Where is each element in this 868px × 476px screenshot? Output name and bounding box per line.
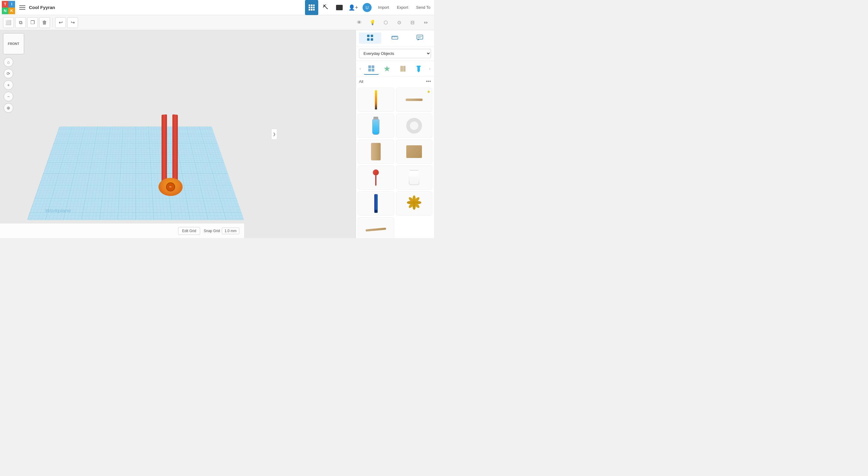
svg-marker-17: [384, 66, 390, 71]
shapes-icon: ⬡: [384, 20, 388, 25]
zoom-in-btn[interactable]: +: [4, 80, 13, 90]
svg-rect-16: [372, 69, 374, 71]
category-select-row: Basic Shapes Everyday Objects Letters & …: [356, 47, 434, 61]
hamburger-menu-icon[interactable]: [17, 2, 28, 13]
svg-rect-14: [372, 65, 374, 68]
all-label-row: All •••: [356, 77, 434, 86]
edit-grid-button[interactable]: Edit Grid: [178, 227, 200, 235]
nav-add-user-btn[interactable]: 👤+: [347, 0, 360, 15]
avatar: U: [363, 3, 372, 12]
shape-tube[interactable]: [358, 140, 394, 164]
copy-button[interactable]: ⧉: [15, 17, 26, 28]
shapes-chat-view-btn[interactable]: [409, 33, 431, 44]
shape-types-right-arrow[interactable]: ›: [427, 63, 433, 75]
circle-icon: ⊙: [397, 20, 401, 25]
home-view-btn[interactable]: ⌂: [4, 57, 13, 67]
shape-marker[interactable]: [358, 191, 394, 215]
star-badge: ★: [427, 89, 431, 94]
svg-rect-1: [371, 35, 373, 37]
delete-button[interactable]: 🗑: [39, 17, 50, 28]
viewcube-front: FRONT: [3, 33, 24, 54]
bottombar: Edit Grid Snap Grid 1.0 mm: [0, 223, 244, 238]
view-circle-btn[interactable]: ⊙: [394, 17, 404, 28]
shape-cup[interactable]: [396, 166, 433, 189]
view-align-btn[interactable]: ⊟: [407, 17, 418, 28]
workplane-grid: [27, 127, 244, 220]
logo-t: T: [2, 1, 8, 7]
light-icon: 💡: [370, 20, 375, 25]
shape-types-left-arrow[interactable]: ‹: [357, 63, 363, 75]
snap-grid-value[interactable]: 1.0 mm: [222, 228, 239, 234]
cylinders-type-btn[interactable]: [396, 63, 410, 75]
dark-icon: [336, 5, 343, 10]
shape-pin[interactable]: [358, 166, 394, 189]
logo-i: I: [8, 1, 15, 7]
shapes-grid-view-btn[interactable]: [359, 33, 381, 44]
nav-dark-btn[interactable]: [333, 0, 346, 15]
svg-rect-2: [367, 38, 370, 41]
svg-rect-15: [368, 69, 371, 71]
svg-rect-19: [402, 66, 404, 72]
shapes-ruler-view-btn[interactable]: [384, 33, 406, 44]
view-mirror-btn[interactable]: ⇔: [420, 17, 431, 28]
nav-right: ⛏ 👤+ U Import Export Send To: [305, 0, 434, 15]
rotate-view-btn[interactable]: ⟳: [4, 69, 13, 79]
right-panel-header: [356, 30, 434, 47]
redo-button[interactable]: ↪: [67, 17, 78, 28]
all-label: All: [359, 79, 363, 84]
logo-n: N: [2, 7, 8, 14]
workplane-label: Workplane: [45, 208, 71, 213]
toolbar: ⬜ ⧉ ❐ 🗑 ↩ ↪ 👁 💡 ⬡ ⊙ ⊟ ⇔: [0, 15, 434, 30]
pen-type-btn[interactable]: [411, 63, 426, 75]
import-button[interactable]: Import: [374, 5, 393, 10]
main: FRONT ⌂ ⟳ + − ⊕ Workplane ✏: [0, 30, 434, 238]
chevron-left-icon: ❯: [273, 132, 276, 136]
shape-types-row: ‹: [356, 61, 434, 77]
view-shapes-btn[interactable]: ⬡: [380, 17, 391, 28]
shape-cardboard[interactable]: [396, 140, 433, 164]
right-panel: Basic Shapes Everyday Objects Letters & …: [355, 30, 434, 238]
view-light-btn[interactable]: 💡: [367, 17, 378, 28]
fit-view-btn[interactable]: ⊕: [4, 103, 13, 113]
workplane: [27, 66, 244, 220]
send-to-button[interactable]: Send To: [412, 5, 434, 10]
cylinders-icon: [399, 65, 407, 72]
toolbar-separator: [53, 18, 53, 27]
shape-pencil[interactable]: [358, 88, 394, 112]
ruler-icon: [392, 34, 398, 41]
shape-flower[interactable]: [396, 191, 433, 215]
grid-icon: [309, 4, 315, 10]
shape-bottle[interactable]: [358, 114, 394, 138]
eye-icon: 👁: [357, 20, 362, 25]
select-all-button[interactable]: ⬜: [3, 17, 14, 28]
project-title: Cool Fyyran: [29, 5, 305, 10]
nav-avatar-btn[interactable]: U: [361, 0, 374, 15]
duplicate-button[interactable]: ❐: [27, 17, 38, 28]
red-bar-right: [173, 114, 178, 181]
export-button[interactable]: Export: [393, 5, 412, 10]
all-shapes-icon: [368, 65, 375, 72]
svg-rect-18: [401, 66, 402, 72]
logo-k: K: [8, 7, 15, 14]
nav-pickaxe-btn[interactable]: ⛏: [319, 0, 332, 15]
shape-stick[interactable]: ★: [396, 88, 433, 112]
collapse-panel-button[interactable]: ❯: [271, 129, 277, 140]
add-user-icon: 👤+: [348, 4, 358, 11]
3d-object[interactable]: ✏: [153, 115, 189, 199]
snap-grid-control: Snap Grid 1.0 mm: [204, 228, 239, 234]
zoom-out-btn[interactable]: −: [4, 92, 13, 101]
more-options-btn[interactable]: •••: [426, 79, 431, 84]
shape-chopstick[interactable]: [358, 217, 394, 238]
category-dropdown[interactable]: Basic Shapes Everyday Objects Letters & …: [359, 49, 431, 58]
all-shapes-type-btn[interactable]: [364, 63, 379, 75]
nav-grid-view-btn[interactable]: [305, 0, 318, 15]
svg-rect-13: [368, 65, 371, 68]
undo-button[interactable]: ↩: [55, 17, 66, 28]
viewport[interactable]: FRONT ⌂ ⟳ + − ⊕ Workplane ✏: [0, 30, 355, 238]
shape-toilet-roll[interactable]: [396, 114, 433, 138]
align-icon: ⊟: [410, 20, 414, 25]
view-eye-btn[interactable]: 👁: [354, 17, 365, 28]
viewcube[interactable]: FRONT: [3, 33, 24, 54]
community-type-btn[interactable]: [379, 63, 395, 75]
svg-marker-23: [417, 71, 420, 72]
